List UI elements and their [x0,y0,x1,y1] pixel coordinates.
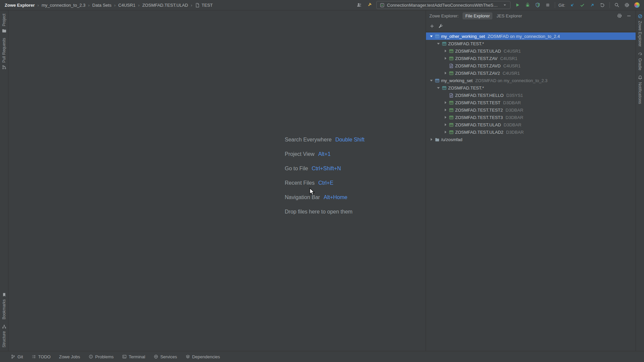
tree-chevron-icon[interactable] [429,78,433,82]
breadcrumb-item[interactable]: C4USR1 [111,3,136,8]
left-tool-window-stripe: Project Pull Requests Bookmarks St [0,10,8,351]
breadcrumb-item[interactable]: ZOSMFAD.TEST.ULAD [136,3,188,8]
tree-chevron-icon[interactable] [443,49,447,53]
tool-window-tab[interactable]: File Explorer [463,12,492,19]
run-icon[interactable] [514,1,521,9]
tree-item-label: my_working_set [441,78,473,83]
toolbar-actions: ConnectionManager.testAddTwoConnectionsW… [356,1,641,9]
tree-row[interactable]: ZOSMFAD.TEST.* [426,84,636,92]
right-stripe-top: Zowe Explorer Gradle Notifications [638,10,643,108]
tree-chevron-icon[interactable] [443,108,447,112]
minimize-icon[interactable] [626,12,632,19]
breadcrumb-item[interactable]: TEST [188,3,213,8]
status-bar-item[interactable]: Terminal [122,354,145,359]
stripe-button[interactable]: Gradle [638,51,643,70]
push-icon[interactable] [589,1,596,9]
tool-window-tab[interactable]: JES Explorer [494,12,525,19]
coverage-icon[interactable] [534,1,541,9]
run-configuration-select[interactable]: ConnectionManager.testAddTwoConnectionsW… [376,1,511,9]
left-stripe-top: Project Pull Requests [2,10,7,73]
tree-row[interactable]: ZOSMFAD.TEST.ZAV C4USR1 [426,55,636,62]
tree-indent [428,73,442,73]
git-branch-icon [11,354,15,359]
tree-row[interactable]: ZOSMFAD.TEST.* [426,40,636,47]
commit-icon[interactable] [579,1,586,9]
stripe-label: Structure [2,331,6,348]
tree-chevron-icon[interactable] [443,123,447,127]
stripe-button[interactable]: Zowe Explorer [638,14,643,47]
run-configuration-label: ConnectionManager.testAddTwoConnectionsW… [387,3,500,8]
tree-row[interactable]: ZOSMFAD.TEST.ULAD D3DBAR [426,121,636,128]
tree-item-label: ZOSMFAD.TEST.* [448,85,484,90]
tree-chevron-icon[interactable] [443,101,447,105]
settings-icon[interactable] [623,1,631,9]
tree-row[interactable]: ZOSMFAD.TEST.TEST3 D3DBAR [426,114,636,121]
left-stripe-bottom: Bookmarks Structure [2,289,7,351]
tree-chevron-icon[interactable] [443,56,447,60]
wrench-icon[interactable] [437,23,444,29]
status-bar-item[interactable]: Problems [89,354,114,359]
shortcut-row: Search Everywhere Double Shift [285,132,365,147]
status-bar-item[interactable]: Dependencies [185,354,220,359]
dataset-mask-icon [442,85,447,90]
breadcrumb-item[interactable]: my_connection_to_2.3 [35,3,86,8]
tree-item-detail: D3DBAR [504,122,522,127]
tree-chevron-icon[interactable] [429,137,433,141]
status-bar-item[interactable]: TODO [32,354,51,359]
shortcut-keys: Ctrl+E [318,180,333,186]
tree-row[interactable]: my_working_set ZOSMFAD on my_connection_… [426,77,636,84]
right-tool-window-stripe: Zowe Explorer Gradle Notifications [636,10,644,351]
breadcrumb-item[interactable]: Data Sets [86,3,111,8]
stripe-button[interactable]: Project [2,14,7,33]
tree-chevron-icon[interactable] [443,115,447,119]
tree-item-detail: D3DBAR [505,115,523,120]
breadcrumb-label: Data Sets [92,3,111,8]
tree-row[interactable]: ZOSMFAD.TEST.ULAD C4USR1 [426,47,636,55]
rollback-icon[interactable] [599,1,606,9]
tree-indent [428,103,442,103]
avatar-icon[interactable] [633,1,641,9]
tree-row[interactable]: ZOSMFAD.TEST.TEST D3DBAR [426,99,636,106]
plus-icon[interactable] [429,23,435,29]
tool-window-title: Zowe Explorer: [429,13,459,18]
status-bar-item[interactable]: Services [154,354,177,359]
status-bar-item[interactable]: Git [11,354,23,359]
tree-chevron-icon[interactable] [436,86,440,90]
debug-icon[interactable] [524,1,531,9]
tree-row[interactable]: my_other_working_set ZOSMFAD on my_conne… [426,33,636,40]
tree-chevron-icon[interactable] [429,34,433,38]
status-bar-item[interactable]: Zowe Jobs [59,354,80,359]
services-icon [154,354,158,359]
shortcut-action-label: Go to File [285,166,308,172]
search-icon[interactable] [613,1,621,9]
tree-row[interactable]: ZOSMFAD.TEST.ULAD2 D3DBAR [426,128,636,136]
stripe-button[interactable]: Notifications [638,75,643,104]
tree-item-label: /u/zosmfad [441,137,463,142]
tree-row[interactable]: ZOSMFAD.TEST.ZAV2 C4USR1 [426,69,636,77]
tree-row[interactable]: /u/zosmfad [426,136,636,143]
tree-chevron-icon[interactable] [436,42,440,46]
gear-icon[interactable] [616,12,623,19]
users-icon[interactable] [356,1,363,9]
tree-chevron-icon[interactable] [443,93,447,97]
project-folder-icon [2,28,7,33]
tree-chevron-icon[interactable] [443,130,447,134]
zowe-explorer-tool-window: Zowe Explorer: File Explorer JES Explore… [426,10,636,351]
update-icon[interactable] [569,1,576,9]
tree-row[interactable]: ZOSMFAD.TEST.TEST2 D3DBAR [426,106,636,114]
hammer-icon[interactable] [366,1,373,9]
breadcrumb-label: my_connection_to_2.3 [42,3,86,8]
stripe-button[interactable]: Bookmarks [2,292,7,319]
stripe-button[interactable]: Structure [2,324,7,348]
tree-row[interactable]: ZOSMFAD.TEST.HELLO D3SYS1 [426,92,636,99]
tree-chevron-icon[interactable] [443,71,447,75]
shortcut-action-label: Search Everywhere [285,137,332,143]
tree-row[interactable]: ZOSMFAD.TEST.ZAVD C4USR1 [426,62,636,69]
stop-icon[interactable] [544,1,551,9]
tree-item-detail: C4USR1 [502,71,520,76]
breadcrumb-item[interactable]: Zowe Explorer [5,3,35,8]
tool-window-tabs: File Explorer JES Explorer [463,12,525,19]
stripe-button[interactable]: Pull Requests [2,38,7,70]
dataset-icon [449,71,454,76]
tree-chevron-icon[interactable] [443,64,447,68]
